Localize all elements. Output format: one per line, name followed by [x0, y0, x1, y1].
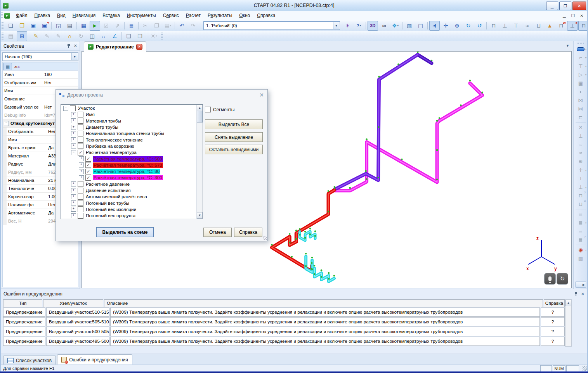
pipe-temp-300-magenta[interactable] — [335, 83, 482, 191]
group-create-button[interactable]: ❏ — [123, 31, 134, 41]
anchor-support-button[interactable]: ⊥ — [575, 132, 586, 140]
bellows1-button[interactable]: ≣ — [575, 210, 586, 218]
tree-checkbox[interactable] — [78, 137, 83, 143]
tree-item[interactable]: +✓Расчётная температура, °С: 500 — [61, 155, 196, 162]
support-insert-button[interactable]: ⊓ — [488, 21, 499, 31]
rotate-element-button[interactable]: ↻ — [76, 31, 86, 41]
tree-checkbox[interactable]: ✓ — [85, 169, 91, 174]
new-file-button[interactable]: ❏ — [5, 21, 16, 31]
expand-icon[interactable]: + — [71, 207, 76, 212]
tree-item[interactable]: +✓Расчётная температура, °С: 573 — [61, 162, 196, 168]
expand-icon[interactable]: + — [71, 213, 76, 218]
pin-icon[interactable] — [67, 43, 71, 48]
view-cube-button[interactable]: ❖▾ — [390, 21, 401, 31]
tee-tool-button[interactable]: ⊤▾ — [575, 62, 586, 70]
tree-item[interactable]: +Автоматический расчёт веса — [61, 193, 196, 200]
rotate-view-button[interactable] — [557, 273, 568, 285]
spring-hanger-button[interactable]: ≋ — [575, 157, 586, 166]
elbow-tool-button[interactable]: ⌐▾ — [575, 54, 586, 62]
expand-icon[interactable]: + — [71, 143, 76, 149]
tree-checkbox[interactable] — [78, 112, 83, 117]
angle-button[interactable]: ∠ — [109, 31, 120, 41]
chevron-down-icon[interactable]: ▾ — [71, 53, 78, 60]
table-row[interactable]: ПредупреждениеВоздушный участок:505-510(… — [3, 317, 565, 326]
cancel-button[interactable]: Отмена — [203, 228, 232, 237]
tab-list-chevron-icon[interactable]: ▼ — [566, 44, 569, 48]
tree-item[interactable]: +Прибавка на коррозию — [61, 143, 196, 149]
measure-button[interactable]: ↔ — [98, 31, 109, 41]
expand-icon[interactable]: + — [71, 194, 76, 199]
element-properties-button[interactable]: ▤ — [5, 31, 16, 41]
scroll-up-icon[interactable]: ▲ — [197, 105, 203, 111]
menu-item[interactable]: Инструменты — [123, 12, 160, 19]
categorized-view-button[interactable]: ▦ — [3, 63, 12, 71]
bellows2-button[interactable]: ≣▾ — [575, 219, 586, 227]
bellows-q-button[interactable]: ≣? — [575, 236, 586, 244]
insert-portal-button[interactable]: ∩ — [64, 31, 75, 41]
keep-invisible-button[interactable]: Оставить невидимыми — [205, 145, 263, 154]
insert-node-button[interactable]: ✛▾ — [575, 166, 586, 174]
support-cone-button[interactable]: ▲ — [545, 21, 555, 31]
bellows3-button[interactable]: ≣ — [575, 227, 586, 235]
close-icon[interactable]: ✕ — [74, 44, 77, 48]
tree-item[interactable]: +Погонный вес продукта — [61, 212, 196, 219]
table-row[interactable]: ПредупреждениеВоздушный участок:510-515(… — [3, 307, 565, 317]
document-close-icon[interactable] — [136, 44, 142, 50]
tree-checkbox[interactable] — [70, 105, 76, 111]
edit-node-button[interactable]: ✎ — [31, 31, 41, 41]
property-row[interactable]: Отображать имНет — [3, 79, 78, 87]
scrollbar-thumb[interactable] — [197, 111, 203, 123]
expand-icon[interactable]: + — [71, 112, 76, 117]
support-m-button[interactable]: ⊔м — [575, 200, 586, 208]
doc-export-button[interactable]: ⇗ — [112, 21, 123, 31]
support-a-button[interactable]: ⊥а — [567, 21, 578, 31]
tree-checkbox[interactable]: ✓ — [78, 150, 83, 155]
expand-icon[interactable]: + — [71, 200, 76, 205]
tree-item[interactable]: +Погонный вес изоляции — [61, 206, 196, 212]
support-b-button[interactable]: ⊓а — [578, 21, 588, 31]
edit-branch-button[interactable]: ✎ — [53, 31, 64, 41]
menu-item[interactable]: Вставка — [99, 12, 123, 19]
support-hanger-button[interactable]: ⊔ — [533, 21, 544, 31]
menu-item[interactable]: Результаты — [204, 12, 236, 19]
insert-part-button[interactable]: ▣ — [575, 79, 586, 87]
segments-checkbox-row[interactable]: Сегменты — [205, 107, 262, 112]
table-row[interactable]: ПредупреждениеВоздушный участок:500-505(… — [3, 327, 565, 336]
segments-checkbox[interactable] — [205, 107, 211, 112]
tree-checkbox[interactable] — [78, 200, 83, 206]
column-header-description[interactable]: Описание — [104, 299, 543, 307]
close-button[interactable]: ✕ — [572, 2, 586, 10]
menu-item[interactable]: Справка — [253, 12, 279, 19]
tree-item[interactable]: +Диаметр трубы — [61, 124, 196, 130]
tree-checkbox[interactable] — [78, 131, 83, 136]
expand-icon[interactable]: + — [79, 156, 84, 161]
pipe-temp-573-red[interactable] — [272, 190, 334, 271]
toolbar-grip[interactable] — [2, 22, 3, 29]
undo-button[interactable]: ↶ — [177, 21, 187, 31]
alphabetical-sort-button[interactable]: АЯ↓ — [13, 63, 21, 71]
zoom-border-button[interactable]: ▢ — [415, 21, 426, 31]
help-button[interactable]: Справка — [234, 228, 262, 237]
pipe-temp-80-cyan-lower-a[interactable] — [306, 256, 312, 272]
chevron-down-icon[interactable]: ▾ — [333, 22, 339, 29]
column-header-help[interactable]: Справка — [544, 299, 565, 307]
select-on-scheme-button[interactable]: Выделить на схеме — [96, 227, 154, 237]
delete-tool-button[interactable]: ✕ — [575, 123, 586, 131]
redo-button[interactable]: ↷ — [188, 21, 198, 31]
expand-icon[interactable]: + — [71, 181, 76, 186]
tree-item[interactable]: +Имя — [61, 111, 196, 117]
toolbar-grip[interactable] — [577, 43, 585, 44]
toolbar-grip[interactable] — [161, 33, 163, 40]
microphone-button[interactable] — [544, 273, 556, 285]
dialog-close-icon[interactable]: ✕ — [259, 92, 264, 98]
menu-item[interactable]: Навигация — [69, 12, 99, 19]
tree-checkbox[interactable] — [78, 188, 83, 193]
expand-icon[interactable]: + — [79, 169, 84, 174]
tree-checkbox[interactable] — [78, 213, 83, 219]
rotate-cw-button[interactable]: ↻ — [463, 21, 474, 31]
table-editor-button[interactable]: ▦ — [78, 21, 89, 31]
tab-section-list[interactable]: Список участков — [3, 356, 56, 365]
collapse-icon[interactable]: − — [71, 150, 76, 155]
project-tree-button[interactable]: ⊞ — [17, 31, 27, 41]
mdi-restore-button[interactable]: ❐ — [571, 14, 575, 18]
